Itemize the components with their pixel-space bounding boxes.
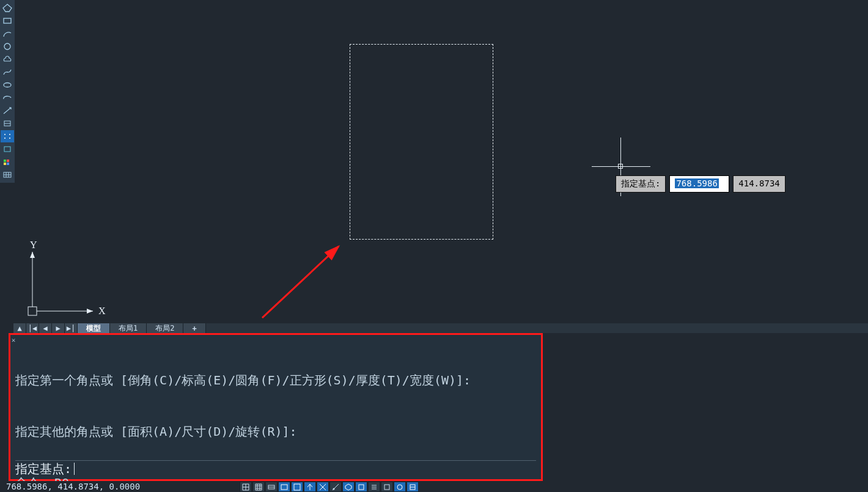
svg-point-7 — [4, 138, 6, 139]
selection-rectangle — [350, 44, 493, 240]
tab-layout2[interactable]: 布局2 — [147, 323, 183, 333]
tab-nav-up[interactable]: ▲ — [13, 323, 26, 333]
svg-point-5 — [4, 134, 6, 135]
svg-rect-23 — [294, 484, 300, 490]
status-object-snap-tracking[interactable] — [329, 482, 342, 492]
helix-tool[interactable] — [1, 117, 14, 130]
command-close-icon[interactable]: ✕ — [10, 336, 17, 343]
dynamic-input-tooltip: 指定基点: 768.5986 414.8734 — [616, 175, 785, 193]
ucs-icon: X Y — [26, 240, 117, 325]
tab-nav-last[interactable]: ▶| — [65, 323, 78, 333]
command-caret — [74, 463, 75, 475]
layout-tab-strip: ▲ |◀ ◀ ▶ ▶| 模型 布局1 布局2 + — [13, 323, 868, 333]
svg-point-3 — [4, 83, 11, 87]
command-input[interactable]: 指定基点: — [15, 460, 536, 477]
status-isometric-drafting[interactable] — [317, 482, 329, 492]
status-toggle-group — [240, 482, 419, 492]
annotation-arrow — [247, 235, 369, 333]
status-polar-tracking[interactable] — [304, 482, 316, 492]
svg-point-24 — [333, 488, 335, 490]
status-annotation-monitor[interactable] — [406, 482, 419, 492]
svg-rect-16 — [28, 307, 37, 315]
circle-tool[interactable] — [1, 40, 14, 53]
svg-point-2 — [4, 43, 10, 50]
status-object-snap[interactable] — [355, 482, 367, 492]
svg-rect-21 — [268, 485, 274, 489]
tab-model[interactable]: 模型 — [78, 323, 110, 333]
svg-rect-25 — [359, 485, 364, 490]
ellipse-arc-tool[interactable] — [1, 92, 14, 104]
svg-rect-27 — [410, 485, 415, 490]
svg-rect-22 — [281, 485, 287, 490]
tab-nav-next[interactable]: ▶ — [52, 323, 65, 333]
arc-tool[interactable] — [1, 28, 14, 40]
status-infer-constraints[interactable] — [265, 482, 278, 492]
tab-add[interactable]: + — [183, 323, 205, 333]
table-tool[interactable] — [1, 169, 14, 181]
status-dynamic-input[interactable] — [278, 482, 290, 492]
status-snap-mode[interactable] — [252, 482, 265, 492]
svg-rect-9 — [4, 147, 10, 152]
svg-rect-26 — [384, 485, 389, 490]
tab-nav-prev[interactable]: ◀ — [39, 323, 52, 333]
svg-rect-13 — [7, 163, 9, 165]
command-window: ✕ 指定第一个角点或 [倒角(C)/标高(E)/圆角(F)/正方形(S)/厚度(… — [9, 333, 543, 481]
ellipse-tool[interactable] — [1, 79, 14, 91]
status-coordinates[interactable]: 768.5986, 414.8734, 0.0000 — [6, 482, 152, 491]
color-blocks-tool[interactable] — [1, 156, 14, 168]
svg-text:Y: Y — [30, 240, 37, 250]
status-bar: 768.5986, 414.8734, 0.0000 — [6, 481, 868, 492]
draw-toolbar — [0, 0, 15, 183]
tab-nav-first[interactable]: |◀ — [26, 323, 39, 333]
svg-rect-14 — [4, 172, 11, 177]
spline-tool[interactable] — [1, 66, 14, 78]
svg-rect-1 — [4, 18, 11, 23]
svg-point-6 — [9, 134, 10, 135]
dynamic-input-prompt: 指定基点: — [616, 175, 666, 193]
crosshair-pickbox — [618, 164, 623, 169]
status-lineweight[interactable] — [368, 482, 380, 492]
rectangle-tool[interactable] — [1, 15, 14, 27]
tab-layout1[interactable]: 布局1 — [110, 323, 147, 333]
status-3d-osnap[interactable] — [342, 482, 355, 492]
polygon-tool[interactable] — [1, 2, 14, 14]
rect-fill-tool[interactable] — [1, 143, 14, 155]
status-grid-display[interactable] — [240, 482, 252, 492]
status-transparency[interactable] — [381, 482, 393, 492]
ray-tool[interactable] — [1, 105, 14, 117]
point-mode-tool[interactable] — [1, 130, 14, 142]
cloud-tool[interactable] — [1, 53, 14, 65]
svg-text:X: X — [98, 306, 106, 316]
dynamic-input-y[interactable]: 414.8734 — [733, 175, 785, 193]
svg-marker-0 — [3, 4, 12, 12]
svg-point-8 — [9, 138, 10, 139]
svg-rect-11 — [7, 160, 9, 162]
drawing-canvas[interactable]: 指定基点: 768.5986 414.8734 X Y — [15, 0, 868, 323]
svg-rect-10 — [4, 160, 6, 162]
svg-line-15 — [262, 246, 339, 318]
svg-rect-4 — [4, 121, 10, 126]
status-ortho-mode[interactable] — [291, 482, 303, 492]
svg-rect-12 — [4, 163, 6, 165]
status-selection-cycling[interactable] — [394, 482, 406, 492]
dynamic-input-x[interactable]: 768.5986 — [669, 175, 729, 193]
